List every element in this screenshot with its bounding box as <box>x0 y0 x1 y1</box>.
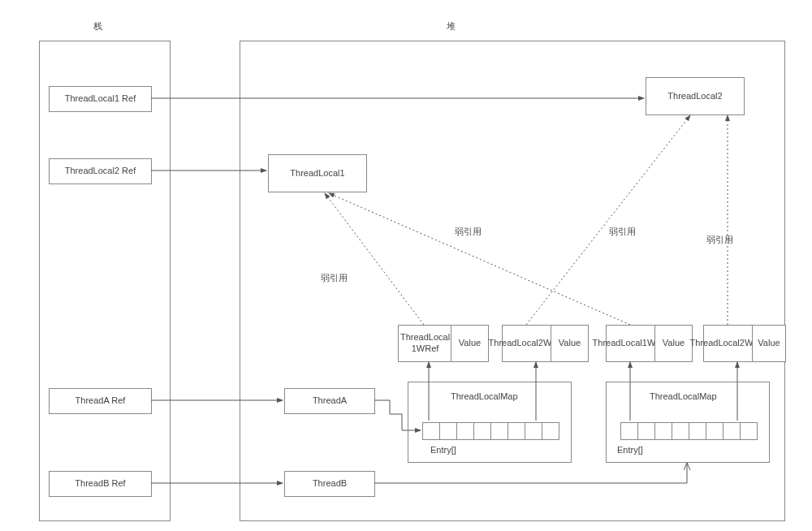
heap-threadlocal2: ThreadLocal2 <box>646 77 745 115</box>
stack-title: 栈 <box>81 20 114 32</box>
entry-a-v2: Value <box>551 325 589 362</box>
weak-ref-label-2: 弱引用 <box>455 226 482 238</box>
ref-threadlocal2: ThreadLocal2 Ref <box>49 158 152 184</box>
weak-ref-label-4: 弱引用 <box>706 234 733 246</box>
map-b-entries <box>620 422 758 440</box>
weak-ref-label-3: 弱引用 <box>609 226 636 238</box>
map-a-title: ThreadLocalMap <box>451 391 518 401</box>
heap-thread-a: ThreadA <box>284 388 375 414</box>
heap-title: 堆 <box>434 20 467 32</box>
heap-threadlocal1: ThreadLocal1 <box>268 154 367 192</box>
ref-thread-a: ThreadA Ref <box>49 388 152 414</box>
entry-b-k1: ThreadLocal1WRef <box>606 325 656 362</box>
map-b-title: ThreadLocalMap <box>650 391 717 401</box>
entry-b-k2: ThreadLocal2WRef <box>703 325 754 362</box>
map-a-entry-label: Entry[] <box>430 445 456 455</box>
diagram-canvas: 栈 堆 ThreadLocal1 Ref ThreadLocal2 Ref Th… <box>0 0 812 531</box>
map-b-entry-label: Entry[] <box>617 445 643 455</box>
entry-a-k2: ThreadLocal2WRef <box>502 325 552 362</box>
ref-thread-b: ThreadB Ref <box>49 471 152 497</box>
heap-thread-b: ThreadB <box>284 471 375 497</box>
entry-a-v1: Value <box>451 325 489 362</box>
stack-container <box>39 41 171 521</box>
ref-threadlocal1: ThreadLocal1 Ref <box>49 86 152 112</box>
entry-a-k1: ThreadLocal 1WRef <box>398 325 452 362</box>
entry-b-v2: Value <box>752 325 786 362</box>
map-a-entries <box>422 422 559 440</box>
entry-b-v1: Value <box>654 325 693 362</box>
weak-ref-label-1: 弱引用 <box>321 272 348 284</box>
